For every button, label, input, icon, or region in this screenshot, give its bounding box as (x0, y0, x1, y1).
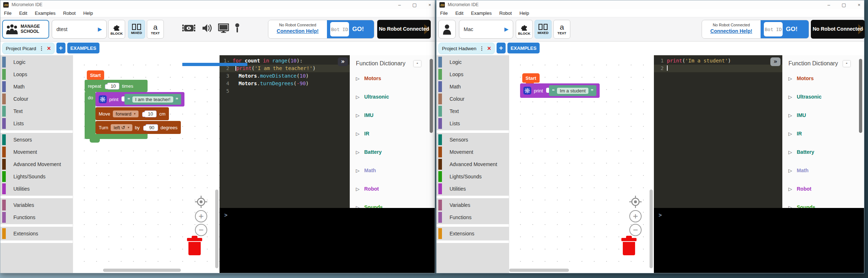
expand-triangle-icon[interactable]: ▷ (788, 113, 792, 118)
dictionary-item-imu[interactable]: ▷IMU (356, 112, 430, 119)
expand-triangle-icon[interactable]: ▷ (356, 186, 359, 192)
toolbox-item-variables[interactable]: Variables (0, 199, 73, 211)
zoom-out-button[interactable]: − (195, 224, 207, 236)
print-block[interactable]: print “ I am the teacher! ” (95, 92, 184, 107)
display-icon[interactable] (218, 23, 229, 33)
move-distance-input[interactable]: 10 (144, 110, 157, 117)
code-line[interactable]: 3 Motors.moveDistance(10) (220, 72, 350, 80)
robot-icon[interactable] (182, 23, 196, 33)
dictionary-item-battery[interactable]: ▷Battery (356, 148, 430, 156)
toolbox-item-advanced-movement[interactable]: Advanced Movement (437, 158, 509, 170)
menu-file[interactable]: File (440, 10, 448, 16)
dictionary-item-ir[interactable]: ▷IR (788, 130, 859, 137)
mode-button-block[interactable]: BLOCK (108, 20, 125, 39)
titlebar[interactable]: m Micromelon IDE –▢× (437, 0, 864, 9)
toolbox-item-variables[interactable]: Variables (437, 199, 509, 211)
repeat-block-foot[interactable] (85, 134, 148, 139)
toolbox-item-colour[interactable]: Colour (0, 93, 73, 105)
string-value-input[interactable]: Im a student (557, 88, 589, 94)
move-block[interactable]: Move forward ▾ 10 cm (95, 107, 169, 120)
expand-triangle-icon[interactable]: ▷ (788, 76, 792, 81)
menu-file[interactable]: File (4, 10, 12, 16)
code-editor[interactable]: 1print('Im a student')2 » (654, 55, 782, 208)
toolbox-item-lists[interactable]: Lists (0, 117, 73, 130)
console-panel[interactable]: > (220, 208, 435, 273)
dictionary-item-ir[interactable]: ▷IR (356, 130, 430, 137)
start-block[interactable]: Start (87, 70, 104, 80)
project-selector[interactable]: dtest ▶ (52, 20, 107, 39)
expand-triangle-icon[interactable]: ▷ (356, 113, 359, 118)
connection-help-link[interactable]: Connection Help! (268, 28, 327, 34)
menu-robot[interactable]: Robot (63, 10, 76, 16)
toolbox-item-utilities[interactable]: Utilities (0, 183, 73, 195)
minimize-window-icon[interactable]: – (398, 3, 401, 7)
toolbox-item-lights-sounds[interactable]: Lights/Sounds (0, 170, 73, 183)
turn-block[interactable]: Turn left ↺ ▾ by 90 degrees (95, 121, 181, 134)
dictionary-item-math[interactable]: ▷Math (788, 167, 859, 174)
close-window-icon[interactable]: × (858, 3, 860, 7)
toolbox-item-extensions[interactable]: Extensions (0, 227, 73, 240)
bot-id-input[interactable]: Bot ID (330, 22, 349, 36)
titlebar[interactable]: m Micromelon IDE –▢× (0, 0, 435, 9)
dictionary-item-sounds[interactable]: ▷Sounds (356, 204, 430, 208)
block-canvas[interactable]: Start repeat 10 times do (73, 55, 220, 273)
close-tab-icon[interactable]: × (487, 45, 491, 52)
dictionary-item-math[interactable]: ▷Math (356, 167, 430, 174)
dictionary-item-motors[interactable]: ▷Motors (356, 75, 430, 82)
string-block[interactable]: “ Im a student ” (549, 85, 596, 96)
examples-button[interactable]: EXAMPLES (67, 43, 100, 53)
toolbox-item-colour[interactable]: Colour (437, 93, 509, 105)
expand-triangle-icon[interactable]: ▷ (356, 149, 359, 155)
project-tab[interactable]: Project Hadwen ⋮ × (438, 43, 495, 54)
menu-edit[interactable]: Edit (455, 10, 463, 16)
string-block[interactable]: “ I am the teacher! ” (124, 94, 181, 105)
kebab-menu-icon[interactable]: ⋮ (39, 45, 44, 51)
bot-id-input[interactable]: Bot ID (764, 22, 783, 36)
trash-icon[interactable] (187, 236, 202, 255)
toolbox-item-lights-sounds[interactable]: Lights/Sounds (437, 170, 509, 183)
canvas-horizontal-scrollbar[interactable] (103, 269, 181, 272)
menu-help[interactable]: Help (83, 10, 93, 16)
block-canvas[interactable]: Start (509, 55, 654, 273)
turn-direction-dropdown[interactable]: left ↺ ▾ (111, 124, 132, 131)
code-line[interactable]: 5 (220, 87, 350, 95)
repeat-count-input[interactable]: 10 (107, 83, 119, 90)
light-icon[interactable] (235, 23, 239, 33)
toolbox-item-sensors[interactable]: Sensors (0, 134, 73, 146)
zoom-in-button[interactable]: + (629, 210, 642, 222)
toolbox-item-loops[interactable]: Loops (437, 68, 509, 81)
expand-triangle-icon[interactable]: ▷ (788, 205, 792, 208)
toolbox-item-lists[interactable]: Lists (437, 117, 509, 130)
mode-button-text[interactable]: a TEXT (147, 20, 164, 39)
expand-triangle-icon[interactable]: ▷ (788, 186, 792, 192)
zoom-out-button[interactable]: − (629, 224, 642, 236)
toolbox-item-advanced-movement[interactable]: Advanced Movement (0, 158, 73, 170)
project-tab[interactable]: Project Picard ⋮ × (2, 43, 55, 54)
dictionary-scrollbar[interactable] (430, 59, 433, 133)
string-value-input[interactable]: I am the teacher! (132, 96, 174, 103)
code-line[interactable]: 4 Motors.turnDegrees(-90) (220, 80, 350, 87)
toolbox-item-loops[interactable]: Loops (0, 68, 73, 81)
toolbox-item-logic[interactable]: Logic (0, 56, 73, 68)
expand-triangle-icon[interactable]: ▷ (356, 205, 359, 208)
canvas-vertical-scrollbar[interactable] (215, 190, 218, 268)
expand-triangle-icon[interactable]: ▷ (788, 94, 792, 100)
toolbox-item-logic[interactable]: Logic (437, 56, 509, 68)
toolbox-item-utilities[interactable]: Utilities (437, 183, 509, 195)
expand-triangle-icon[interactable]: ▷ (356, 131, 359, 136)
mode-button-mixed[interactable]: MIXED (128, 20, 145, 39)
toolbox-item-movement[interactable]: Movement (0, 146, 73, 158)
dictionary-item-robot[interactable]: ▷Robot (788, 185, 859, 192)
expand-triangle-icon[interactable]: ▷ (788, 149, 792, 155)
zoom-in-button[interactable]: + (195, 210, 207, 222)
expand-triangle-icon[interactable]: ▷ (356, 76, 359, 81)
collapse-panel-icon[interactable]: » (338, 57, 348, 66)
toolbox-item-movement[interactable]: Movement (437, 146, 509, 158)
dictionary-item-sounds[interactable]: ▷Sounds (788, 204, 859, 208)
code-line[interactable]: 2 (654, 65, 782, 72)
toolbox-item-functions[interactable]: Functions (0, 211, 73, 223)
menu-help[interactable]: Help (519, 10, 529, 16)
dictionary-item-robot[interactable]: ▷Robot (356, 185, 430, 192)
repeat-block[interactable]: repeat 10 times (85, 80, 148, 92)
go-button[interactable]: GO! (786, 26, 797, 33)
